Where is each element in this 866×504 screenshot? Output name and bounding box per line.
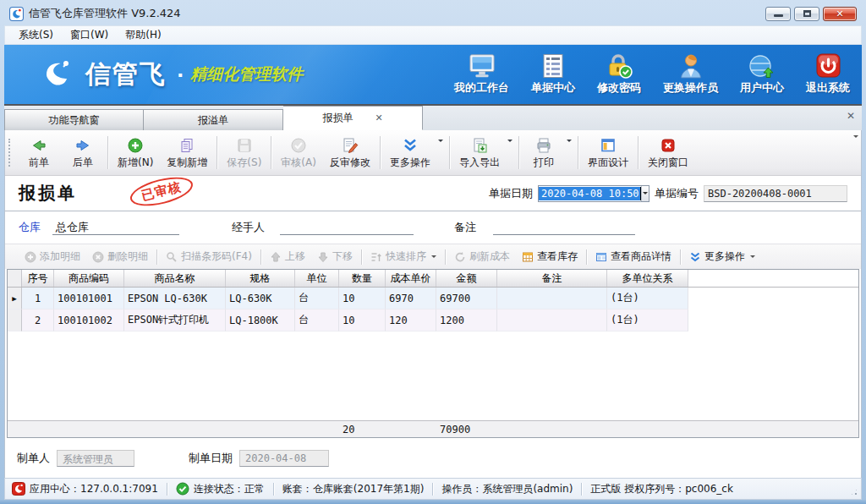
move-down-button[interactable]: 下移 <box>311 247 359 266</box>
cell-qty[interactable]: 10 <box>339 288 386 310</box>
dropdown-caret-icon[interactable] <box>438 140 443 145</box>
exit-system-button[interactable]: 退出系统 <box>806 53 850 96</box>
user-center-button[interactable]: 用户中心 <box>740 53 784 96</box>
summary-empty <box>124 421 226 437</box>
handler-label: 经手人 <box>232 220 265 235</box>
maker-field[interactable]: 系统管理员 <box>57 450 134 467</box>
refresh-cost-button[interactable]: 刷新成本 <box>448 247 516 266</box>
workstation-button[interactable]: 我的工作台 <box>454 53 509 96</box>
status-separator <box>273 483 274 496</box>
next-bill-button[interactable]: 后单 <box>61 132 105 173</box>
col-product-code[interactable]: 商品编码 <box>54 270 124 287</box>
row-selector-cell[interactable] <box>8 310 22 331</box>
bill-no-field[interactable]: BSD-20200408-0001 <box>704 185 847 202</box>
cell-amount[interactable]: 1200 <box>436 310 497 331</box>
cell-amount[interactable]: 69700 <box>436 288 497 310</box>
add-detail-button[interactable]: 添加明细 <box>19 247 86 266</box>
save-button[interactable]: 保存(S) <box>220 132 268 173</box>
detail-more-actions-button[interactable]: 更多操作 <box>683 247 761 266</box>
maker-label: 制单人 <box>17 451 50 466</box>
detail-toolbar-separator <box>361 249 362 265</box>
copy-new-button[interactable]: 复制新增 <box>160 132 214 173</box>
cell-unit[interactable]: 台 <box>295 310 339 331</box>
col-remark[interactable]: 备注 <box>497 270 607 287</box>
document-center-button[interactable]: 单据中心 <box>531 53 575 96</box>
cell-qty[interactable]: 10 <box>339 310 386 331</box>
col-spec[interactable]: 规格 <box>226 270 295 287</box>
close-window-button[interactable]: 关闭窗口 <box>641 132 695 173</box>
dropdown-caret-icon[interactable] <box>507 140 512 145</box>
switch-operator-button[interactable]: 更换操作员 <box>663 53 718 96</box>
ui-design-button[interactable]: 界面设计 <box>581 132 635 173</box>
dropdown-caret-icon[interactable] <box>567 140 572 145</box>
view-stock-button[interactable]: 查看库存 <box>516 247 584 266</box>
table-row[interactable]: ▶ 1 100101001 EPSON LQ-630K LQ-630K 台 10… <box>8 288 858 310</box>
cell-product-name[interactable]: EPSON针式打印机 <box>124 310 226 331</box>
form-header: 报损单 已审核 单据日期 2020-04-08 10:50 单据编号 BSD-2… <box>5 176 861 211</box>
close-button[interactable]: ✕ <box>823 7 857 21</box>
cell-spec[interactable]: LQ-1800K <box>226 310 295 331</box>
toolbar-overflow-caret-icon[interactable] <box>853 135 858 140</box>
cell-cost-price[interactable]: 6970 <box>386 288 436 310</box>
more-actions-button[interactable]: 更多操作 <box>383 132 437 173</box>
quick-sort-button[interactable]: 快速排序 <box>364 247 442 266</box>
col-amount[interactable]: 金额 <box>436 270 497 287</box>
tab-close-icon[interactable]: ✕ <box>375 112 382 123</box>
make-date-field[interactable]: 2020-04-08 <box>239 450 329 467</box>
prev-bill-button[interactable]: 前单 <box>17 132 61 173</box>
table-row[interactable]: 2 100101002 EPSON针式打印机 LQ-1800K 台 10 120… <box>8 310 858 331</box>
change-password-button[interactable]: 修改密码 <box>597 53 641 96</box>
cell-cost-price[interactable]: 120 <box>386 310 436 331</box>
resize-grip[interactable] <box>850 488 858 496</box>
col-seq[interactable]: 序号 <box>22 270 54 287</box>
cell-seq[interactable]: 1 <box>22 288 54 310</box>
toolbar: 前单 后单 新增(N) 复制新增 保存(S) 审 <box>5 130 861 176</box>
menu-system[interactable]: 系统(S) <box>10 26 62 44</box>
minimize-button[interactable] <box>765 7 791 21</box>
cell-product-code[interactable]: 100101002 <box>54 310 124 331</box>
tab-overflow-bill-label: 报溢单 <box>198 113 228 128</box>
summary-empty <box>497 421 607 437</box>
col-unit[interactable]: 单位 <box>295 270 339 287</box>
unaudit-button[interactable]: 反审修改 <box>323 132 377 173</box>
brand-tagline: 精细化管理软件 <box>190 63 303 85</box>
tab-loss-bill[interactable]: 报损单 ✕ <box>283 106 423 130</box>
bill-date-field[interactable]: 2020-04-08 10:50 <box>538 185 650 202</box>
import-export-button[interactable]: 导入导出 <box>452 132 507 173</box>
cell-remark[interactable] <box>497 310 607 331</box>
cell-unit[interactable]: 台 <box>295 288 339 310</box>
detail-grid: 序号 商品编码 商品名称 规格 单位 数量 成本单价 金额 备注 多单位关系 ▶… <box>7 269 859 438</box>
menu-help[interactable]: 帮助(H) <box>117 26 169 44</box>
cell-multi-unit[interactable]: (1台) <box>607 288 688 310</box>
remark-field[interactable] <box>493 220 635 235</box>
cell-product-name[interactable]: EPSON LQ-630K <box>124 288 226 310</box>
col-product-name[interactable]: 商品名称 <box>124 270 226 287</box>
delete-detail-button[interactable]: 删除明细 <box>86 247 154 266</box>
warehouse-label[interactable]: 仓库 <box>19 220 41 235</box>
print-button[interactable]: 打印 <box>522 132 566 173</box>
view-product-detail-button[interactable]: 查看商品详情 <box>589 247 677 266</box>
tabstrip-close-icon[interactable]: ✕ <box>847 110 855 122</box>
maximize-button[interactable] <box>794 7 819 21</box>
new-button[interactable]: 新增(N) <box>111 132 160 173</box>
menu-window[interactable]: 窗口(W) <box>62 26 117 44</box>
cell-seq[interactable]: 2 <box>22 310 54 331</box>
bill-no-label: 单据编号 <box>655 186 699 201</box>
warehouse-field[interactable]: 总仓库 <box>52 220 179 235</box>
row-selector-cell[interactable]: ▶ <box>8 288 22 310</box>
scan-barcode-button[interactable]: 扫描条形码(F4) <box>160 247 258 266</box>
handler-field[interactable] <box>280 220 414 235</box>
col-qty[interactable]: 数量 <box>339 270 386 287</box>
bill-date-dropdown-button[interactable] <box>641 186 649 201</box>
tab-overflow-bill[interactable]: 报溢单 <box>144 109 283 130</box>
cell-product-code[interactable]: 100101001 <box>54 288 124 310</box>
cell-spec[interactable]: LQ-630K <box>226 288 295 310</box>
col-multi-unit[interactable]: 多单位关系 <box>607 270 688 287</box>
cell-multi-unit[interactable]: (1台) <box>607 310 688 331</box>
audit-button[interactable]: 审核(A) <box>274 132 323 173</box>
move-up-button[interactable]: 上移 <box>264 247 311 266</box>
col-cost-price[interactable]: 成本单价 <box>386 270 436 287</box>
cell-remark[interactable] <box>497 288 607 310</box>
tab-function-nav[interactable]: 功能导航窗 <box>4 109 144 130</box>
toolbar-drag-handle[interactable] <box>8 139 14 167</box>
